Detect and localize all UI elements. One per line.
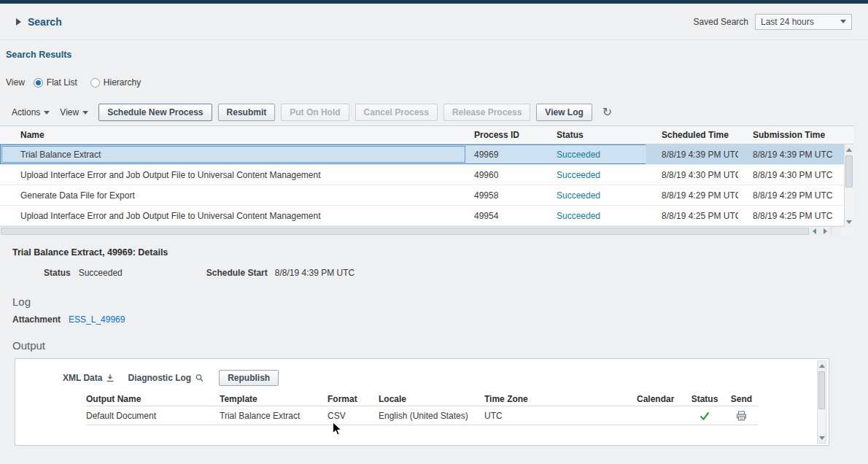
resubmit-button[interactable]: Resubmit	[218, 104, 276, 121]
log-section-title: Log	[12, 295, 868, 308]
scroll-down-icon[interactable]	[845, 217, 853, 227]
search-title: Search	[28, 16, 62, 28]
column-header-status: Status	[684, 392, 725, 406]
output-panel: XML Data Diagnostic Log Republish Output…	[15, 358, 829, 446]
column-header-name[interactable]: Name	[0, 126, 467, 144]
table-row[interactable]: Upload Interface Error and Job Output Fi…	[0, 206, 844, 226]
process-table: Name Process ID Status Scheduled Time Su…	[0, 125, 853, 236]
output-table-row[interactable]: Default Document Trial Balance Extract C…	[86, 406, 758, 425]
view-selector: View Flat List Hierarchy	[0, 77, 868, 88]
attachment-label: Attachment	[12, 314, 61, 325]
scrollbar-thumb[interactable]	[818, 371, 825, 409]
saved-search-select[interactable]: Last 24 hours	[755, 14, 852, 30]
output-toolbar: XML Data Diagnostic Log Republish	[15, 359, 829, 386]
scroll-up-icon[interactable]	[845, 145, 853, 155]
table-row[interactable]: Generate Data File for Export 49958 Succ…	[0, 185, 844, 206]
cell-name: Trial Balance Extract	[0, 144, 467, 164]
search-results-title: Search Results	[0, 40, 868, 60]
attachment-link[interactable]: ESS_L_49969	[69, 314, 125, 325]
cell-scheduled-time: 8/8/19 4:30 PM UTC	[646, 165, 738, 185]
release-process-button: Release Process	[443, 104, 530, 121]
cancel-process-button: Cancel Process	[355, 104, 438, 121]
diagnostic-log-icon	[195, 374, 204, 383]
schedule-start-label: Schedule Start	[206, 268, 268, 278]
cell-process-id: 49969	[467, 144, 543, 164]
cell-name: Generate Data File for Export	[0, 185, 467, 205]
view-label: View	[6, 77, 25, 88]
chevron-down-icon	[82, 111, 88, 115]
process-table-header: Name Process ID Status Scheduled Time Su…	[0, 125, 853, 144]
table-row[interactable]: Trial Balance Extract 49969 Succeeded 8/…	[0, 144, 844, 165]
actions-menu-label: Actions	[12, 107, 40, 117]
column-header-output-name: Output Name	[86, 392, 220, 406]
status-link[interactable]: Succeeded	[557, 211, 600, 221]
column-header-scheduled-time[interactable]: Scheduled Time	[646, 126, 738, 144]
cell-calendar	[637, 406, 684, 425]
scrollbar-corner	[831, 227, 841, 236]
column-header-process-id[interactable]: Process ID	[467, 126, 543, 144]
scrollbar-thumb[interactable]	[845, 155, 853, 187]
scroll-up-icon[interactable]	[818, 361, 826, 371]
radio-flat-list[interactable]: Flat List	[34, 77, 77, 88]
output-table-header: Output Name Template Format Locale Time …	[86, 392, 758, 406]
send-print-icon[interactable]	[736, 411, 747, 421]
schedule-start-value: 8/8/19 4:39 PM UTC	[275, 268, 354, 278]
cell-template: Trial Balance Extract	[220, 406, 328, 425]
diagnostic-log-label: Diagnostic Log	[128, 373, 191, 383]
refresh-icon[interactable]: ↻	[602, 107, 612, 118]
radio-hierarchy-label: Hierarchy	[104, 77, 141, 88]
output-section-title: Output	[12, 339, 868, 352]
republish-button[interactable]: Republish	[219, 370, 279, 386]
put-on-hold-button: Put On Hold	[281, 104, 349, 121]
column-header-submission-time[interactable]: Submission Time	[738, 126, 844, 144]
column-header-status[interactable]: Status	[543, 126, 646, 144]
cell-scheduled-time: 8/8/19 4:29 PM UTC	[646, 185, 738, 205]
column-header-calendar: Calendar	[637, 392, 684, 406]
vertical-scrollbar[interactable]	[844, 145, 853, 227]
horizontal-scrollbar[interactable]	[0, 226, 853, 236]
cell-process-id: 49958	[467, 185, 543, 205]
status-value: Succeeded	[79, 268, 123, 278]
xml-data-label: XML Data	[63, 373, 102, 383]
cell-process-id: 49960	[467, 165, 543, 185]
success-check-icon	[700, 411, 710, 420]
cell-process-id: 49954	[467, 206, 543, 225]
cell-name: Upload Interface Error and Job Output Fi…	[0, 165, 467, 185]
view-menu[interactable]: View	[60, 107, 88, 117]
radio-selected-icon	[34, 78, 43, 88]
actions-menu[interactable]: Actions	[12, 107, 50, 117]
schedule-new-process-button[interactable]: Schedule New Process	[98, 104, 212, 121]
column-header-format: Format	[328, 392, 379, 406]
cell-scheduled-time: 8/8/19 4:25 PM UTC	[646, 206, 738, 225]
xml-data-link[interactable]: XML Data	[63, 373, 115, 383]
status-label: Status	[44, 268, 71, 278]
status-link[interactable]: Succeeded	[557, 170, 600, 180]
saved-search-label: Saved Search	[694, 17, 748, 27]
cell-submission-time: 8/8/19 4:25 PM UTC	[738, 206, 844, 225]
table-row[interactable]: Upload Interface Error and Job Output Fi…	[0, 165, 844, 185]
log-attachment-row: Attachment ESS_L_49969	[12, 314, 868, 325]
saved-search-value: Last 24 hours	[761, 17, 814, 27]
scroll-right-icon[interactable]	[820, 227, 831, 236]
radio-hierarchy[interactable]: Hierarchy	[90, 77, 141, 88]
column-header-send: Send	[725, 392, 758, 406]
cell-submission-time: 8/8/19 4:29 PM UTC	[738, 185, 844, 205]
scrollbar-thumb[interactable]	[1, 228, 809, 235]
chevron-down-icon	[44, 111, 50, 115]
cell-submission-time: 8/8/19 4:39 PM UTC	[738, 144, 844, 164]
scroll-left-icon[interactable]	[809, 227, 820, 236]
output-vertical-scrollbar[interactable]	[817, 360, 826, 444]
details-section: Trial Balance Extract, 49969: Details St…	[0, 236, 868, 278]
view-log-button[interactable]: View Log	[536, 104, 592, 121]
scroll-down-icon[interactable]	[818, 433, 826, 443]
status-link[interactable]: Succeeded	[557, 190, 600, 201]
expand-search-icon[interactable]	[16, 18, 21, 26]
column-header-locale: Locale	[379, 392, 484, 406]
download-icon	[106, 374, 115, 382]
diagnostic-log-link[interactable]: Diagnostic Log	[128, 373, 204, 383]
cell-format: CSV	[328, 406, 379, 425]
details-title: Trial Balance Extract, 49969: Details	[12, 247, 868, 258]
status-link[interactable]: Succeeded	[557, 150, 600, 160]
view-menu-label: View	[60, 107, 79, 117]
output-table: Output Name Template Format Locale Time …	[86, 392, 758, 425]
